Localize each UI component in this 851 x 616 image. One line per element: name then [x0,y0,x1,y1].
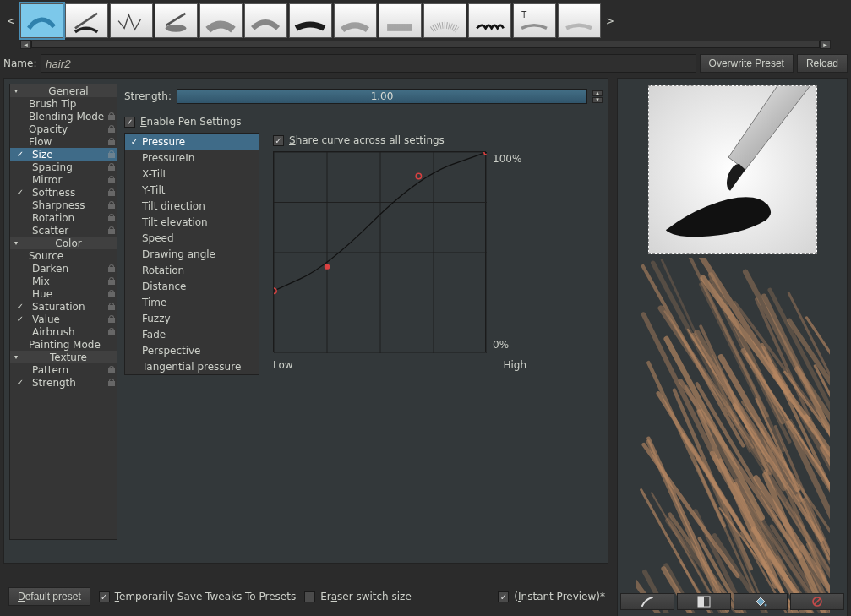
instant-preview-row[interactable]: ✓ (Instant Preview)* [498,591,605,602]
temp-save-row[interactable]: ✓ Temporarily Save Tweaks To Presets [99,591,296,602]
tree-header-general[interactable]: ▾General [10,84,117,97]
lock-icon [108,226,115,234]
input-perspective[interactable]: Perspective [125,342,259,358]
tree-item-blending-mode[interactable]: Blending Mode [10,110,117,123]
tree-item-opacity[interactable]: Opacity [10,123,117,135]
input-tilt-elevation[interactable]: Tilt elevation [125,214,259,230]
tree-item-hue[interactable]: Hue [10,287,117,300]
curve-editor[interactable] [273,151,486,352]
tree-item-saturation[interactable]: ✓Saturation [10,300,117,313]
lock-icon [108,379,115,386]
brush-preset-6[interactable] [244,3,287,38]
tree-item-mix[interactable]: Mix [10,275,117,287]
eraser-size-row[interactable]: Eraser switch size [304,591,412,602]
footer-row: Default preset ✓ Temporarily Save Tweaks… [3,581,610,613]
brush-preset-13[interactable] [558,3,601,38]
brush-preset-11[interactable] [468,3,511,38]
brush-preset-2[interactable] [65,3,108,38]
lock-icon [108,201,115,209]
input-fuzzy[interactable]: Fuzzy [125,310,259,326]
default-preset-button[interactable]: Default preset [8,587,90,606]
brush-preset-4[interactable] [155,3,198,38]
gradient-icon [697,596,711,608]
input-drawing-angle[interactable]: Drawing angle [125,246,259,262]
reload-button[interactable]: Reload [797,54,848,73]
brush-preset-5[interactable] [199,3,243,38]
input-pressure[interactable]: ✓Pressure [125,134,259,150]
preset-name-input[interactable] [41,54,696,73]
input-speed[interactable]: Speed [125,230,259,246]
prev-presets-button[interactable]: < [3,14,19,28]
tree-item-brush-tip[interactable]: Brush Tip [10,97,117,110]
lock-icon [108,138,115,145]
share-curve-row[interactable]: ✓ Share curve across all settings [273,134,603,146]
eraser-size-label: Eraser switch size [320,591,412,602]
check-icon: ✓ [12,302,29,311]
sensor-input-list[interactable]: ✓PressurePressureInX-TiltY-TiltTilt dire… [124,133,259,375]
tree-item-rotation[interactable]: Rotation [10,211,117,224]
tree-item-mirror[interactable]: Mirror [10,173,117,186]
tree-item-softness[interactable]: ✓Softness [10,186,117,199]
tree-item-spacing[interactable]: Spacing [10,161,117,173]
tree-item-source[interactable]: Source [10,249,117,262]
tree-item-strength[interactable]: ✓Strength [10,376,117,389]
tree-item-size[interactable]: ✓Size [10,148,117,161]
brush-preset-3[interactable] [110,3,153,38]
disable-mode-button[interactable] [790,593,844,610]
input-fade[interactable]: Fade [125,326,259,342]
check-icon: ✓ [12,188,29,197]
strength-slider[interactable]: 1.00 [177,89,587,104]
input-x-tilt[interactable]: X-Tilt [125,166,259,182]
share-curve-checkbox[interactable]: ✓ [273,135,284,146]
temp-save-checkbox[interactable]: ✓ [99,591,110,602]
brush-preset-8[interactable] [334,3,377,38]
input-tangential-pressure[interactable]: Tangential pressure [125,358,259,374]
tree-item-scatter[interactable]: Scatter [10,224,117,237]
gradient-mode-button[interactable] [677,593,731,610]
eraser-size-checkbox[interactable] [304,591,315,602]
input-tilt-direction[interactable]: Tilt direction [125,198,259,214]
preview-panel [617,78,848,616]
instant-preview-checkbox[interactable]: ✓ [498,591,509,602]
options-tree[interactable]: ▾GeneralBrush TipBlending ModeOpacityFlo… [9,84,117,540]
tree-item-pattern[interactable]: Pattern [10,363,117,376]
overwrite-preset-button[interactable]: Overwrite Preset [700,54,794,73]
next-presets-button[interactable]: > [603,14,618,28]
svg-point-0 [166,25,187,32]
lock-icon [108,303,115,310]
scroll-right-icon[interactable]: ▸ [820,40,831,49]
lock-icon [108,328,115,335]
brush-preset-1[interactable] [20,3,63,38]
brush-preset-9[interactable] [379,3,422,38]
input-distance[interactable]: Distance [125,278,259,294]
input-pressurein[interactable]: PressureIn [125,150,259,166]
tree-item-value[interactable]: ✓Value [10,313,117,325]
brush-mode-button[interactable] [620,593,674,610]
tree-item-airbrush[interactable]: Airbrush [10,325,117,338]
scroll-left-icon[interactable]: ◂ [20,40,31,49]
tree-header-color[interactable]: ▾Color [10,237,117,249]
tree-item-painting-mode[interactable]: Painting Mode [10,338,117,351]
tree-item-darken[interactable]: Darken [10,262,117,275]
input-rotation[interactable]: Rotation [125,262,259,278]
enable-pen-checkbox[interactable]: ✓ [124,117,135,128]
strength-label: Strength: [124,90,172,102]
enable-pen-row[interactable]: ✓ Enable Pen Settings [124,116,603,128]
svg-line-113 [815,599,821,605]
input-time[interactable]: Time [125,294,259,310]
tree-header-texture[interactable]: ▾Texture [10,351,117,363]
svg-point-111 [765,604,767,607]
strength-spinner[interactable]: ▴▾ [592,90,603,103]
brush-preset-10[interactable] [423,3,466,38]
tree-item-flow[interactable]: Flow [10,135,117,148]
instant-preview-label: (Instant Preview)* [514,591,605,602]
lock-icon [108,214,115,221]
tree-item-sharpness[interactable]: Sharpness [10,199,117,211]
fill-mode-button[interactable] [734,593,788,610]
preset-scrollbar[interactable]: ◂ ▸ [20,40,831,49]
stroke-preview [636,258,830,613]
brush-preset-12[interactable]: T [513,3,556,38]
lock-icon [108,112,115,120]
brush-preset-7[interactable] [289,3,332,38]
input-y-tilt[interactable]: Y-Tilt [125,182,259,198]
